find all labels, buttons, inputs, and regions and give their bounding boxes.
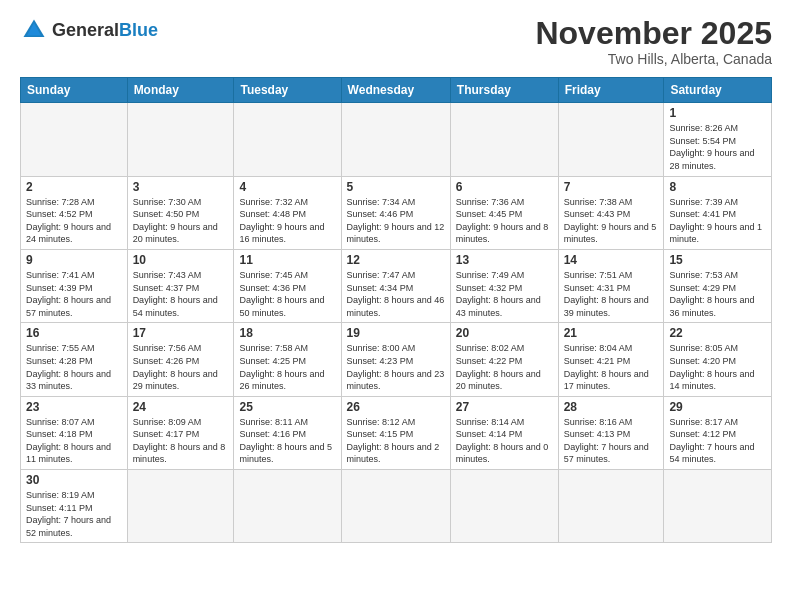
calendar-cell: 26Sunrise: 8:12 AM Sunset: 4:15 PM Dayli… xyxy=(341,396,450,469)
calendar-cell: 16Sunrise: 7:55 AM Sunset: 4:28 PM Dayli… xyxy=(21,323,128,396)
day-info: Sunrise: 8:19 AM Sunset: 4:11 PM Dayligh… xyxy=(26,489,122,539)
calendar-cell: 6Sunrise: 7:36 AM Sunset: 4:45 PM Daylig… xyxy=(450,176,558,249)
day-number: 25 xyxy=(239,400,335,414)
title-block: November 2025 Two Hills, Alberta, Canada xyxy=(535,16,772,67)
calendar-cell: 17Sunrise: 7:56 AM Sunset: 4:26 PM Dayli… xyxy=(127,323,234,396)
day-number: 17 xyxy=(133,326,229,340)
day-number: 26 xyxy=(347,400,445,414)
day-number: 2 xyxy=(26,180,122,194)
logo-icon xyxy=(20,16,48,44)
day-info: Sunrise: 8:11 AM Sunset: 4:16 PM Dayligh… xyxy=(239,416,335,466)
day-number: 18 xyxy=(239,326,335,340)
col-friday: Friday xyxy=(558,78,664,103)
page: GeneralBlue November 2025 Two Hills, Alb… xyxy=(0,0,792,612)
day-info: Sunrise: 8:12 AM Sunset: 4:15 PM Dayligh… xyxy=(347,416,445,466)
day-number: 15 xyxy=(669,253,766,267)
calendar-cell: 2Sunrise: 7:28 AM Sunset: 4:52 PM Daylig… xyxy=(21,176,128,249)
calendar-cell xyxy=(234,470,341,543)
day-number: 8 xyxy=(669,180,766,194)
day-info: Sunrise: 7:36 AM Sunset: 4:45 PM Dayligh… xyxy=(456,196,553,246)
calendar-cell: 24Sunrise: 8:09 AM Sunset: 4:17 PM Dayli… xyxy=(127,396,234,469)
day-number: 6 xyxy=(456,180,553,194)
calendar-cell: 4Sunrise: 7:32 AM Sunset: 4:48 PM Daylig… xyxy=(234,176,341,249)
calendar-cell: 5Sunrise: 7:34 AM Sunset: 4:46 PM Daylig… xyxy=(341,176,450,249)
calendar-cell xyxy=(341,103,450,176)
day-info: Sunrise: 7:43 AM Sunset: 4:37 PM Dayligh… xyxy=(133,269,229,319)
calendar-row-2: 9Sunrise: 7:41 AM Sunset: 4:39 PM Daylig… xyxy=(21,249,772,322)
day-number: 16 xyxy=(26,326,122,340)
col-sunday: Sunday xyxy=(21,78,128,103)
calendar-row-5: 30Sunrise: 8:19 AM Sunset: 4:11 PM Dayli… xyxy=(21,470,772,543)
day-number: 4 xyxy=(239,180,335,194)
day-info: Sunrise: 7:39 AM Sunset: 4:41 PM Dayligh… xyxy=(669,196,766,246)
day-info: Sunrise: 8:26 AM Sunset: 5:54 PM Dayligh… xyxy=(669,122,766,172)
day-info: Sunrise: 7:38 AM Sunset: 4:43 PM Dayligh… xyxy=(564,196,659,246)
calendar-cell: 7Sunrise: 7:38 AM Sunset: 4:43 PM Daylig… xyxy=(558,176,664,249)
calendar-cell: 19Sunrise: 8:00 AM Sunset: 4:23 PM Dayli… xyxy=(341,323,450,396)
calendar-cell: 13Sunrise: 7:49 AM Sunset: 4:32 PM Dayli… xyxy=(450,249,558,322)
calendar-cell xyxy=(664,470,772,543)
calendar-cell xyxy=(450,470,558,543)
day-number: 12 xyxy=(347,253,445,267)
calendar-cell: 10Sunrise: 7:43 AM Sunset: 4:37 PM Dayli… xyxy=(127,249,234,322)
calendar-cell: 14Sunrise: 7:51 AM Sunset: 4:31 PM Dayli… xyxy=(558,249,664,322)
calendar-cell: 8Sunrise: 7:39 AM Sunset: 4:41 PM Daylig… xyxy=(664,176,772,249)
day-info: Sunrise: 8:16 AM Sunset: 4:13 PM Dayligh… xyxy=(564,416,659,466)
day-number: 13 xyxy=(456,253,553,267)
calendar-row-0: 1Sunrise: 8:26 AM Sunset: 5:54 PM Daylig… xyxy=(21,103,772,176)
calendar-cell: 27Sunrise: 8:14 AM Sunset: 4:14 PM Dayli… xyxy=(450,396,558,469)
day-number: 7 xyxy=(564,180,659,194)
day-number: 28 xyxy=(564,400,659,414)
calendar-cell: 3Sunrise: 7:30 AM Sunset: 4:50 PM Daylig… xyxy=(127,176,234,249)
day-number: 10 xyxy=(133,253,229,267)
calendar-cell xyxy=(558,103,664,176)
day-info: Sunrise: 8:17 AM Sunset: 4:12 PM Dayligh… xyxy=(669,416,766,466)
calendar-cell: 21Sunrise: 8:04 AM Sunset: 4:21 PM Dayli… xyxy=(558,323,664,396)
calendar: Sunday Monday Tuesday Wednesday Thursday… xyxy=(20,77,772,543)
location: Two Hills, Alberta, Canada xyxy=(535,51,772,67)
calendar-cell: 29Sunrise: 8:17 AM Sunset: 4:12 PM Dayli… xyxy=(664,396,772,469)
day-number: 20 xyxy=(456,326,553,340)
day-number: 3 xyxy=(133,180,229,194)
calendar-cell: 30Sunrise: 8:19 AM Sunset: 4:11 PM Dayli… xyxy=(21,470,128,543)
day-info: Sunrise: 7:58 AM Sunset: 4:25 PM Dayligh… xyxy=(239,342,335,392)
day-info: Sunrise: 7:34 AM Sunset: 4:46 PM Dayligh… xyxy=(347,196,445,246)
calendar-cell: 15Sunrise: 7:53 AM Sunset: 4:29 PM Dayli… xyxy=(664,249,772,322)
day-info: Sunrise: 8:05 AM Sunset: 4:20 PM Dayligh… xyxy=(669,342,766,392)
calendar-row-3: 16Sunrise: 7:55 AM Sunset: 4:28 PM Dayli… xyxy=(21,323,772,396)
day-info: Sunrise: 7:51 AM Sunset: 4:31 PM Dayligh… xyxy=(564,269,659,319)
day-number: 30 xyxy=(26,473,122,487)
day-info: Sunrise: 7:41 AM Sunset: 4:39 PM Dayligh… xyxy=(26,269,122,319)
calendar-cell xyxy=(234,103,341,176)
day-info: Sunrise: 7:47 AM Sunset: 4:34 PM Dayligh… xyxy=(347,269,445,319)
logo: GeneralBlue xyxy=(20,16,158,44)
col-thursday: Thursday xyxy=(450,78,558,103)
day-number: 27 xyxy=(456,400,553,414)
calendar-cell xyxy=(558,470,664,543)
day-number: 1 xyxy=(669,106,766,120)
col-saturday: Saturday xyxy=(664,78,772,103)
calendar-cell: 11Sunrise: 7:45 AM Sunset: 4:36 PM Dayli… xyxy=(234,249,341,322)
day-number: 22 xyxy=(669,326,766,340)
logo-text: GeneralBlue xyxy=(52,21,158,40)
day-number: 24 xyxy=(133,400,229,414)
day-info: Sunrise: 8:00 AM Sunset: 4:23 PM Dayligh… xyxy=(347,342,445,392)
day-number: 29 xyxy=(669,400,766,414)
calendar-cell: 22Sunrise: 8:05 AM Sunset: 4:20 PM Dayli… xyxy=(664,323,772,396)
month-title: November 2025 xyxy=(535,16,772,51)
day-number: 5 xyxy=(347,180,445,194)
day-info: Sunrise: 8:04 AM Sunset: 4:21 PM Dayligh… xyxy=(564,342,659,392)
calendar-cell: 23Sunrise: 8:07 AM Sunset: 4:18 PM Dayli… xyxy=(21,396,128,469)
calendar-cell: 18Sunrise: 7:58 AM Sunset: 4:25 PM Dayli… xyxy=(234,323,341,396)
day-number: 19 xyxy=(347,326,445,340)
day-info: Sunrise: 7:49 AM Sunset: 4:32 PM Dayligh… xyxy=(456,269,553,319)
day-info: Sunrise: 7:28 AM Sunset: 4:52 PM Dayligh… xyxy=(26,196,122,246)
calendar-cell: 20Sunrise: 8:02 AM Sunset: 4:22 PM Dayli… xyxy=(450,323,558,396)
day-number: 21 xyxy=(564,326,659,340)
calendar-row-1: 2Sunrise: 7:28 AM Sunset: 4:52 PM Daylig… xyxy=(21,176,772,249)
day-info: Sunrise: 8:09 AM Sunset: 4:17 PM Dayligh… xyxy=(133,416,229,466)
weekday-header-row: Sunday Monday Tuesday Wednesday Thursday… xyxy=(21,78,772,103)
day-info: Sunrise: 8:02 AM Sunset: 4:22 PM Dayligh… xyxy=(456,342,553,392)
calendar-cell xyxy=(127,470,234,543)
day-number: 9 xyxy=(26,253,122,267)
